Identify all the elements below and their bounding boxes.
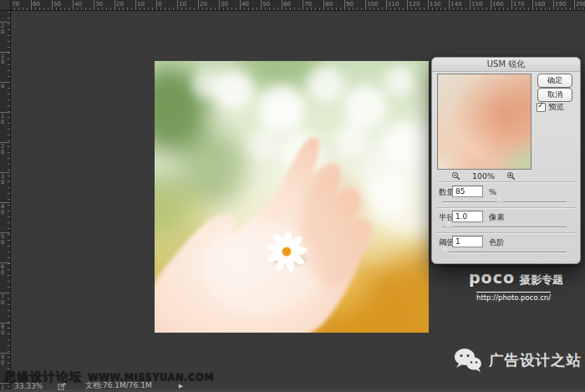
divider [436, 181, 576, 183]
preview-zoom-level: 100% [472, 171, 495, 181]
preview-zoom-controls: 100% [437, 171, 530, 181]
poco-watermark: poco 摄影专题 http://photo.poco.cn/ [469, 270, 563, 303]
wechat-account-name: 广告设计之站 [489, 350, 582, 370]
zoom-in-icon[interactable] [506, 171, 516, 181]
radius-slider-thumb[interactable] [444, 221, 453, 228]
radius-slider[interactable] [442, 221, 567, 230]
horizontal-ruler: 7060504030201001020304050607080901001101… [0, 0, 585, 11]
hand-flower-photo [155, 61, 429, 333]
poco-logo: poco [469, 270, 515, 285]
divider [436, 207, 576, 209]
canvas-photo[interactable] [155, 61, 429, 333]
amount-unit: % [489, 187, 496, 196]
usm-dialog: USM 锐化 确定 取消 ✓ 预览 100% 数量: [431, 57, 581, 264]
wechat-icon [454, 348, 482, 373]
preview-thumbnail[interactable] [437, 74, 532, 170]
wechat-watermark: 广告设计之站 [454, 348, 582, 373]
amount-input[interactable] [452, 186, 483, 197]
preview-checkbox-row: ✓ 预览 [537, 102, 564, 113]
preview-checkbox-label: 预览 [548, 102, 564, 113]
divider [436, 232, 576, 234]
zoom-out-icon[interactable] [451, 171, 460, 181]
ok-button[interactable]: 确定 [537, 74, 572, 88]
poco-url: http://photo.poco.cn/ [476, 292, 551, 302]
amount-slider[interactable] [442, 196, 567, 205]
amount-slider-thumb[interactable] [496, 196, 505, 203]
missyuan-name: 思缘设计论坛 [4, 369, 82, 384]
preview-checkbox[interactable]: ✓ [537, 103, 546, 112]
threshold-input[interactable] [452, 236, 483, 247]
threshold-slider-thumb[interactable] [440, 247, 450, 253]
photoshop-workspace: 7060504030201001020304050607080901001101… [0, 0, 585, 392]
ruler-origin-corner [0, 0, 11, 11]
threshold-slider[interactable] [442, 247, 567, 255]
radius-input[interactable] [452, 211, 483, 222]
poco-title: 摄影专题 [520, 272, 563, 288]
checkmark-icon: ✓ [537, 100, 544, 109]
missyuan-watermark: 思缘设计论坛 WWW.MISSYUAN.COM [4, 369, 214, 384]
dialog-title[interactable]: USM 锐化 [432, 58, 580, 72]
vertical-ruler: 2 01 001 02 03 04 05 06 07 08 09 01 0 0 [0, 0, 11, 392]
missyuan-url: WWW.MISSYUAN.COM [88, 371, 214, 383]
